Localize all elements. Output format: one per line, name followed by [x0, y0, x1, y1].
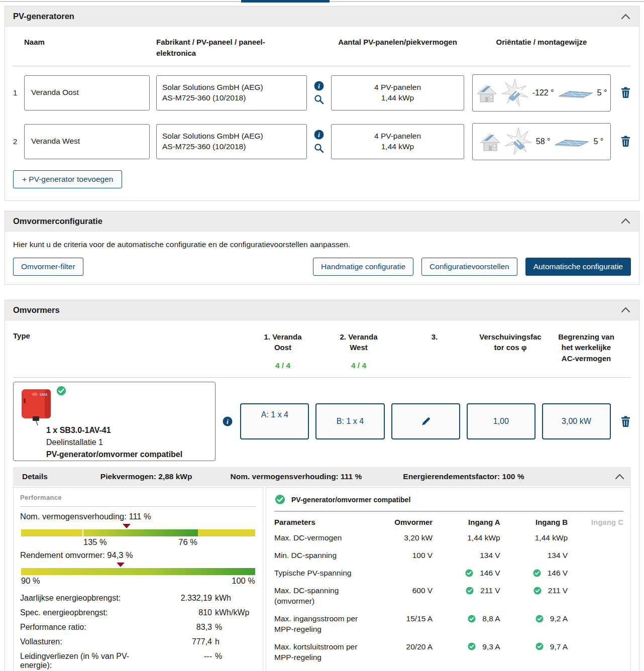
assigned-count-1: 4 / 4 — [275, 360, 290, 371]
inverters-table-columns: Type 1. Veranda Oost 4 / 4 2. Veranda We… — [13, 320, 631, 378]
compatible-check-icon — [274, 494, 286, 505]
config-proposals-button[interactable]: Configuratievoorstellen — [421, 258, 517, 276]
tilted-panel-icon — [557, 87, 594, 99]
ingang-a-header: Ingang A — [433, 514, 500, 529]
param-row: Max. DC-vermogen 3,20 kW 1,44 kWp 1,44 k… — [274, 529, 623, 547]
details-bar[interactable]: Details Piekvermogen: 2,88 kWp Nom. verm… — [13, 467, 631, 486]
ok-check-icon — [535, 642, 544, 650]
generator-name-input[interactable]: Veranda West — [24, 124, 150, 159]
panel-count: 4 PV-panelen — [332, 131, 464, 142]
manual-config-button[interactable]: Handmatige configuratie — [313, 258, 413, 276]
pv-generators-section: PV-generatoren Naam Fabrikant / PV-panee… — [5, 6, 639, 201]
param-row: Max. ingangsstroom per MPP-regeling 15/1… — [274, 610, 623, 638]
inverter-image — [20, 387, 60, 426]
house-icon — [476, 83, 497, 103]
peak-power: 1,44 kWp — [332, 93, 464, 103]
column-generator-2: 2. Veranda West — [336, 331, 382, 354]
ac-limit-input[interactable]: 3,00 kW — [542, 403, 611, 439]
tilt-value: 5 ° — [597, 87, 607, 98]
info-icon[interactable] — [216, 416, 241, 426]
parameters-table: Parameters Omvormer Ingang A Ingang B In… — [274, 514, 623, 666]
efficiency-gauge — [20, 561, 256, 576]
tilted-panel-icon — [553, 136, 590, 148]
collapse-chevron-icon[interactable] — [620, 217, 631, 225]
param-header: Parameters — [274, 514, 381, 529]
search-icon[interactable] — [314, 143, 324, 153]
gauge1-label: Nom. vermogensverhouding: 111 % — [20, 512, 256, 521]
section-title: Omvormerconfiguratie — [13, 216, 102, 226]
inverter-model: 1 x SB3.0-1AV-41 — [46, 424, 209, 436]
ok-check-icon — [468, 615, 476, 623]
kv-label: Vollasturen: — [20, 637, 157, 646]
active-tab-indicator — [241, 0, 330, 3]
ok-check-icon — [533, 569, 541, 577]
kv-value: 777,4 — [157, 637, 212, 646]
orientation-box[interactable]: 58 ° 5 ° — [472, 123, 611, 160]
compatibility-status: PV-generator/omvormer compatibel — [291, 496, 410, 504]
inverter-row: 1 x SB3.0-1AV-41 Deelinstallatie 1 PV-ge… — [13, 382, 631, 461]
kv-value: 83,3 — [157, 623, 212, 632]
orientation-box[interactable]: -122 ° 5 ° — [472, 74, 611, 111]
azimuth-value: 58 ° — [536, 136, 551, 147]
search-icon[interactable] — [314, 94, 324, 104]
param-row: Min. DC-spanning 100 V 134 V 134 V — [274, 547, 623, 565]
gauge2-marker — [117, 563, 125, 567]
input-a-config[interactable]: A: 1 x 4 — [240, 403, 309, 439]
ingang-c-header: Ingang C — [568, 514, 623, 529]
assigned-count-2: 4 / 4 — [351, 360, 366, 371]
column-ac-limit: Begrenzing van het werkelijke AC-vermoge… — [555, 331, 617, 364]
kv-unit: % — [215, 623, 256, 632]
gauge2-left-label: 90 % — [21, 576, 40, 586]
inverters-header: Omvormers — [5, 300, 639, 320]
panel-count: 4 PV-panelen — [332, 82, 464, 93]
add-pv-generator-button[interactable]: + PV-generator toevoegen — [13, 170, 122, 188]
ok-check-icon — [466, 587, 474, 595]
row-number: 2 — [13, 137, 24, 146]
kv-unit: h — [215, 637, 256, 646]
info-icon[interactable] — [314, 81, 324, 91]
pv-table-columns: Naam Fabrikant / PV-paneel / paneel-elek… — [13, 27, 631, 66]
kv-label: Jaarlijkse energieopbrengst: — [20, 594, 157, 603]
config-buttons: Omvormer-filter Handmatige configuratie … — [5, 250, 639, 284]
kv-unit: % — [215, 652, 256, 661]
omvormer-header: Omvormer — [381, 514, 433, 529]
delete-inverter-icon[interactable] — [620, 416, 631, 427]
inverter-filter-button[interactable]: Omvormer-filter — [13, 258, 83, 276]
collapse-chevron-icon[interactable] — [620, 13, 631, 21]
input-b-config[interactable]: B: 1 x 4 — [315, 403, 384, 439]
inverter-type-box[interactable]: 1 x SB3.0-1AV-41 Deelinstallatie 1 PV-ge… — [13, 382, 216, 461]
inverter-subinstallation: Deelinstallatie 1 — [46, 436, 209, 449]
compatibility-panel: PV-generator/omvormer compatibel Paramet… — [266, 487, 631, 671]
kv-value: 810 — [157, 608, 212, 617]
compatible-check-icon — [56, 385, 67, 396]
panel-select[interactable]: Solar Solutions GmbH (AEG) AS-M725-360 (… — [156, 124, 307, 159]
panel-count-box[interactable]: 4 PV-panelen 1,44 kWp — [331, 124, 464, 159]
ok-check-icon — [468, 642, 476, 650]
collapse-chevron-icon[interactable] — [614, 473, 625, 481]
param-row: Max. DC-spanning (omvormer) 600 V 211 V … — [274, 582, 623, 610]
kv-value: --- — [157, 652, 212, 661]
peak-power: 1,44 kWp — [332, 142, 464, 152]
inverter-config-header: Omvormerconfiguratie — [5, 211, 639, 232]
panel-count-box[interactable]: 4 PV-panelen 1,44 kWp — [331, 75, 464, 110]
column-aantal: Aantal PV-panelen/piekvermogen — [331, 37, 464, 48]
tab-strip — [0, 0, 644, 3]
gauge2-right-label: 100 % — [232, 576, 255, 586]
inverters-content: Type 1. Veranda Oost 4 / 4 2. Veranda We… — [5, 320, 639, 671]
delete-generator-icon[interactable] — [620, 87, 631, 98]
pv-generator-row: 1 Veranda Oost Solar Solutions GmbH (AEG… — [13, 74, 631, 111]
column-type: Type — [13, 331, 217, 372]
column-3: 3. — [432, 331, 438, 343]
delete-generator-icon[interactable] — [620, 136, 631, 147]
generator-name-input[interactable]: Veranda Oost — [24, 75, 150, 110]
collapse-chevron-icon[interactable] — [620, 306, 631, 314]
edit-config-button[interactable] — [391, 403, 460, 439]
kv-label: Performance ratio: — [20, 623, 157, 632]
info-icon[interactable] — [314, 130, 324, 140]
gauge1-right-label: 76 % — [178, 537, 197, 547]
column-generator-1: 1. Veranda Oost — [260, 331, 306, 354]
peak-power-summary: Piekvermogen: 2,88 kWp — [100, 472, 192, 481]
cos-phi-input[interactable]: 1,00 — [467, 403, 535, 439]
auto-config-button[interactable]: Automatische configuratie — [525, 258, 631, 276]
panel-select[interactable]: Solar Solutions GmbH (AEG) AS-M725-360 (… — [156, 75, 307, 110]
